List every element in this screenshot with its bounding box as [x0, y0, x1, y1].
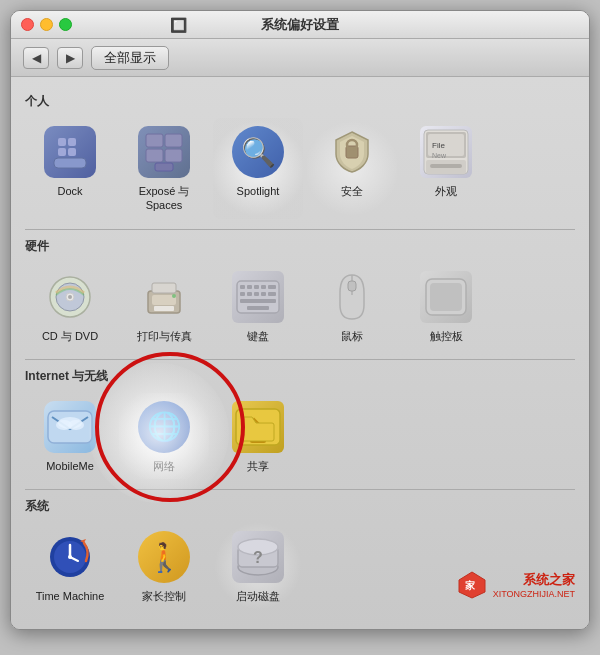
svg-text:New: New: [432, 152, 447, 159]
keyboard-icon-box: [230, 269, 286, 325]
close-button[interactable]: [21, 18, 34, 31]
dock-icon: [44, 126, 96, 178]
svg-rect-40: [247, 306, 269, 310]
svg-rect-42: [348, 281, 356, 291]
section-system: 系统: [25, 498, 575, 609]
svg-text:?: ?: [253, 549, 263, 566]
show-all-button[interactable]: 全部显示: [91, 46, 169, 70]
section-internet: Internet 与无线: [25, 368, 575, 479]
svg-point-48: [68, 420, 84, 430]
cddvd-label: CD 与 DVD: [42, 329, 98, 343]
timemachine-icon-box: [42, 529, 98, 585]
printer-icon: [138, 271, 190, 323]
back-button[interactable]: ◀: [23, 47, 49, 69]
section-label-internet: Internet 与无线: [25, 368, 575, 385]
expose-label: Exposé 与 Spaces: [139, 184, 190, 213]
network-label: 网络: [153, 459, 175, 473]
svg-rect-9: [155, 163, 173, 171]
title-bar: 🔲 系统偏好设置: [11, 11, 589, 39]
parental-icon: 🚶: [138, 531, 190, 583]
svg-point-22: [68, 295, 72, 299]
svg-rect-39: [240, 299, 276, 303]
security-icon: [326, 126, 378, 178]
svg-rect-8: [165, 149, 182, 162]
svg-rect-34: [240, 292, 245, 296]
pref-item-keyboard[interactable]: 键盘: [213, 263, 303, 349]
title-icon: 🔲: [170, 17, 187, 33]
network-icon: 🌐: [138, 401, 190, 453]
svg-text:File: File: [432, 141, 445, 150]
pref-item-cddvd[interactable]: CD 与 DVD: [25, 263, 115, 349]
svg-rect-31: [254, 285, 259, 289]
pref-item-parental[interactable]: 🚶 家长控制: [119, 523, 209, 609]
startup-label: 启动磁盘: [236, 589, 280, 603]
pref-item-timemachine[interactable]: Time Machine: [25, 523, 115, 609]
pref-item-trackpad[interactable]: 触控板: [401, 263, 491, 349]
security-icon-box: [324, 124, 380, 180]
network-icon-box: 🌐: [136, 399, 192, 455]
pref-item-startup[interactable]: ? 启动磁盘: [213, 523, 303, 609]
svg-rect-0: [54, 158, 86, 168]
pref-item-expose[interactable]: Exposé 与 Spaces: [119, 118, 209, 219]
maximize-button[interactable]: [59, 18, 72, 31]
hardware-icons-row: CD 与 DVD: [25, 263, 575, 349]
spotlight-icon: 🔍: [232, 126, 284, 178]
section-personal: 个人: [25, 93, 575, 219]
startup-icon: ?: [232, 531, 284, 583]
svg-rect-7: [146, 149, 163, 162]
section-label-system: 系统: [25, 498, 575, 515]
svg-rect-30: [247, 285, 252, 289]
personal-icons-row: Dock: [25, 118, 575, 219]
pref-item-spotlight[interactable]: 🔍 Spotlight: [213, 118, 303, 219]
sharing-label: 共享: [247, 459, 269, 473]
toolbar: ◀ ▶ 全部显示: [11, 39, 589, 77]
pref-item-network[interactable]: 🌐 网络: [119, 393, 209, 479]
trackpad-icon: [420, 271, 472, 323]
mobileme-icon-box: [42, 399, 98, 455]
pref-item-security[interactable]: 安全: [307, 118, 397, 219]
section-label-hardware: 硬件: [25, 238, 575, 255]
mouse-label: 鼠标: [341, 329, 363, 343]
svg-rect-26: [154, 306, 174, 311]
timemachine-label: Time Machine: [36, 589, 105, 603]
sharing-icon: [232, 401, 284, 453]
svg-rect-37: [261, 292, 266, 296]
minimize-button[interactable]: [40, 18, 53, 31]
pref-item-printer[interactable]: 打印与传真: [119, 263, 209, 349]
pref-item-sharing[interactable]: 共享: [213, 393, 303, 479]
system-icons-row: Time Machine 🚶 家长控制: [25, 523, 575, 609]
svg-rect-5: [146, 134, 163, 147]
expose-icon-box: [136, 124, 192, 180]
mobileme-icon: [44, 401, 96, 453]
pref-item-appearance[interactable]: File New 外观: [401, 118, 491, 219]
appearance-icon: File New: [420, 126, 472, 178]
printer-icon-box: [136, 269, 192, 325]
svg-rect-1: [58, 138, 66, 146]
printer-label: 打印与传真: [137, 329, 192, 343]
startup-icon-box: ?: [230, 529, 286, 585]
pref-item-mobileme[interactable]: MobileMe: [25, 393, 115, 479]
keyboard-label: 键盘: [247, 329, 269, 343]
svg-rect-32: [261, 285, 266, 289]
keyboard-icon: [232, 271, 284, 323]
pref-item-dock[interactable]: Dock: [25, 118, 115, 219]
svg-rect-6: [165, 134, 182, 147]
svg-point-27: [172, 294, 176, 298]
forward-button[interactable]: ▶: [57, 47, 83, 69]
sharing-icon-box: [230, 399, 286, 455]
cddvd-icon-box: [42, 269, 98, 325]
parental-icon-box: 🚶: [136, 529, 192, 585]
content-area: 个人: [11, 77, 589, 629]
appearance-label: 外观: [435, 184, 457, 198]
spotlight-icon-box: 🔍: [230, 124, 286, 180]
mouse-icon-box: [324, 269, 380, 325]
pref-item-mouse[interactable]: 鼠标: [307, 263, 397, 349]
svg-rect-44: [430, 283, 462, 311]
mobileme-label: MobileMe: [46, 459, 94, 473]
appearance-icon-box: File New: [418, 124, 474, 180]
svg-rect-36: [254, 292, 259, 296]
trackpad-icon-box: [418, 269, 474, 325]
svg-rect-25: [152, 283, 176, 293]
traffic-lights: [21, 18, 72, 31]
spotlight-label: Spotlight: [237, 184, 280, 198]
